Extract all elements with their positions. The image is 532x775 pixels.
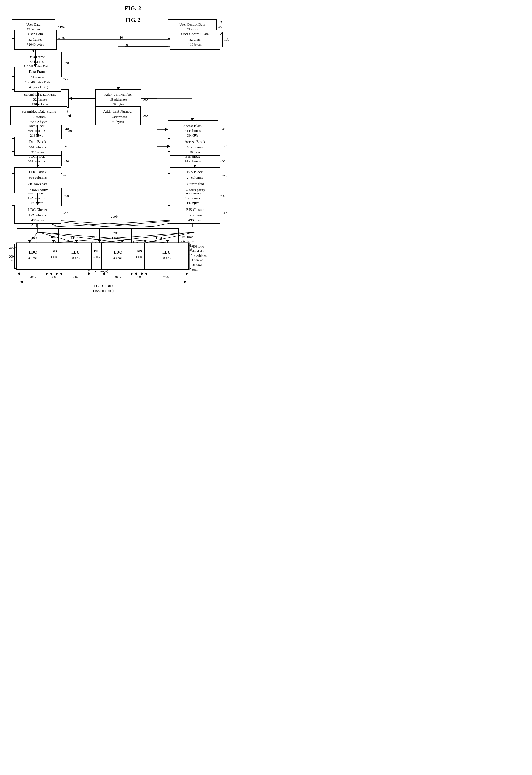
svg-marker-247 (68, 114, 71, 117)
svg-text:1 col.: 1 col. (93, 255, 100, 258)
svg-text:LDC: LDC (29, 250, 37, 254)
svg-text:200a: 200a (30, 275, 36, 279)
svg-text:200a: 200a (72, 275, 78, 279)
svg-text:38 col.: 38 col. (28, 256, 37, 260)
svg-text:32 rows parity: 32 rows parity (185, 188, 205, 192)
svg-text:200a: 200a (114, 275, 121, 279)
svg-marker-325 (145, 273, 147, 275)
svg-text:~50: ~50 (63, 173, 68, 177)
page-title: FIG. 2 (5, 5, 261, 12)
figure-title: FIG. 2 (6, 17, 260, 23)
svg-text:30 rows data: 30 rows data (186, 181, 204, 186)
svg-text:16 addresses: 16 addresses (109, 115, 127, 119)
svg-line-263 (54, 232, 195, 243)
svg-text:each: each (192, 268, 198, 271)
svg-marker-322 (141, 273, 144, 275)
svg-text:BIS: BIS (137, 249, 142, 253)
svg-text:216 rows: 216 rows (31, 150, 44, 154)
svg-text:*2048 bytes: *2048 bytes (27, 42, 44, 46)
svg-text:Access Block: Access Block (185, 140, 205, 144)
svg-marker-304 (50, 273, 52, 275)
svg-marker-234 (193, 203, 197, 205)
svg-text:24 columns: 24 columns (187, 145, 203, 149)
svg-text:~80: ~80 (222, 173, 227, 177)
svg-marker-309 (88, 273, 91, 275)
svg-text:BIS: BIS (51, 249, 57, 253)
svg-text:3 columns: 3 columns (188, 213, 202, 217)
svg-text:~60: ~60 (63, 211, 68, 215)
svg-text:200b: 200b (113, 231, 120, 235)
svg-marker-171 (34, 64, 37, 67)
svg-text:(155 columns): (155 columns) (93, 289, 113, 293)
svg-text:496 rows: 496 rows (188, 218, 201, 222)
svg-text:Data Block: Data Block (29, 140, 46, 144)
svg-text:LDC: LDC (162, 250, 170, 254)
svg-marker-193 (36, 165, 39, 167)
svg-text:Scrambled Data Frame: Scrambled Data Frame (21, 109, 56, 113)
svg-marker-312 (20, 281, 23, 283)
svg-text:User Data: User Data (28, 32, 43, 36)
svg-text:~70: ~70 (222, 144, 227, 148)
svg-text:1 col.: 1 col. (136, 255, 143, 258)
svg-marker-251 (167, 145, 170, 148)
svg-text:38 col.: 38 col. (162, 256, 171, 260)
svg-text:~20: ~20 (63, 76, 68, 81)
svg-marker-313 (184, 281, 187, 283)
svg-marker-203 (36, 203, 39, 205)
svg-marker-300 (17, 273, 20, 275)
svg-text:Units of: Units of (192, 259, 203, 262)
svg-text:*9 bytes: *9 bytes (112, 120, 124, 124)
svg-text:Data Frame: Data Frame (29, 70, 47, 74)
svg-text:LDC: LDC (71, 250, 79, 254)
svg-text:304 columns: 304 columns (29, 145, 47, 149)
svg-text:32 units: 32 units (189, 37, 201, 41)
svg-text:ECC Cluster: ECC Cluster (94, 284, 113, 288)
svg-marker-185 (36, 134, 39, 137)
svg-text:496 rows: 496 rows (31, 218, 44, 222)
svg-text:496 rows: 496 rows (192, 245, 204, 249)
svg-text:200b: 200b (136, 275, 142, 279)
svg-marker-217 (193, 134, 197, 137)
svg-text:200: 200 (9, 254, 14, 259)
svg-text:152 columns: 152 columns (29, 213, 47, 217)
svg-text:*18 bytes: *18 bytes (188, 42, 202, 46)
svg-marker-326 (186, 273, 188, 275)
svg-text:+4 bytes EDC): +4 bytes EDC) (27, 85, 48, 89)
svg-text:10: 10 (120, 35, 123, 39)
svg-text:100: 100 (142, 113, 148, 117)
svg-marker-317 (102, 273, 105, 275)
svg-text:*2052 bytes: *2052 bytes (30, 120, 47, 124)
svg-text:1 col.: 1 col. (51, 255, 58, 258)
svg-text:~: ~ (11, 259, 13, 263)
svg-text:32 frames: 32 frames (28, 37, 42, 41)
svg-text:Addr. Unit Number: Addr. Unit Number (103, 109, 133, 113)
svg-text:BIS Cluster: BIS Cluster (186, 208, 204, 212)
svg-line-254 (29, 232, 38, 243)
svg-text:LDC: LDC (114, 250, 122, 254)
svg-text:200b: 200b (51, 275, 57, 279)
svg-text:10b: 10b (224, 37, 229, 41)
svg-line-265 (145, 232, 195, 243)
svg-text:30: 30 (68, 128, 72, 132)
svg-text:divided in: divided in (192, 249, 205, 253)
svg-text:200a: 200a (163, 275, 170, 279)
svg-text:~40: ~40 (63, 144, 68, 148)
svg-text:38 col.: 38 col. (71, 256, 80, 260)
svg-line-256 (38, 232, 122, 243)
svg-text:16 Address: 16 Address (192, 254, 207, 258)
svg-text:User Control Data: User Control Data (181, 32, 209, 36)
svg-text:38 col.: 38 col. (113, 256, 123, 260)
svg-text:LDC Cluster: LDC Cluster (28, 208, 47, 212)
svg-marker-318 (131, 273, 133, 275)
svg-text:304 columns: 304 columns (29, 175, 47, 179)
svg-text:32 frames: 32 frames (32, 115, 46, 119)
svg-marker-301 (46, 273, 48, 275)
svg-marker-179 (36, 104, 39, 107)
svg-text:LDC Block: LDC Block (29, 170, 47, 174)
svg-text:30 rows: 30 rows (189, 150, 201, 154)
svg-text:216 rows data: 216 rows data (28, 181, 48, 186)
svg-marker-308 (59, 273, 62, 275)
svg-text:24 columns: 24 columns (187, 175, 203, 179)
svg-marker-305 (56, 273, 58, 275)
svg-text:32 rows parity: 32 rows parity (27, 188, 48, 192)
